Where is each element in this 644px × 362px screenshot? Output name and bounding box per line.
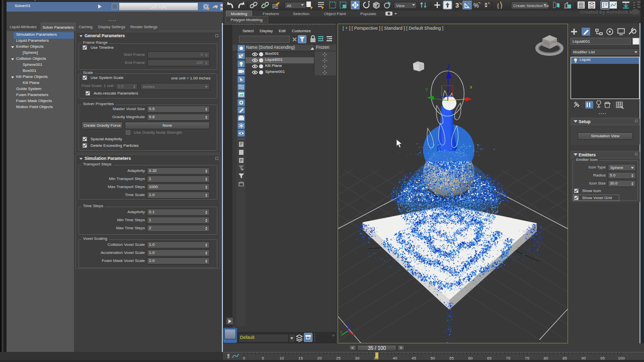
svg-text:3: 3 (455, 2, 459, 9)
svg-text:All: All (287, 4, 291, 8)
svg-text:x: x (470, 84, 472, 89)
svg-text:{ }: { } (497, 3, 503, 9)
svg-text:View: View (396, 4, 405, 8)
svg-text:%: % (473, 2, 479, 9)
svg-text:y: y (426, 86, 428, 92)
